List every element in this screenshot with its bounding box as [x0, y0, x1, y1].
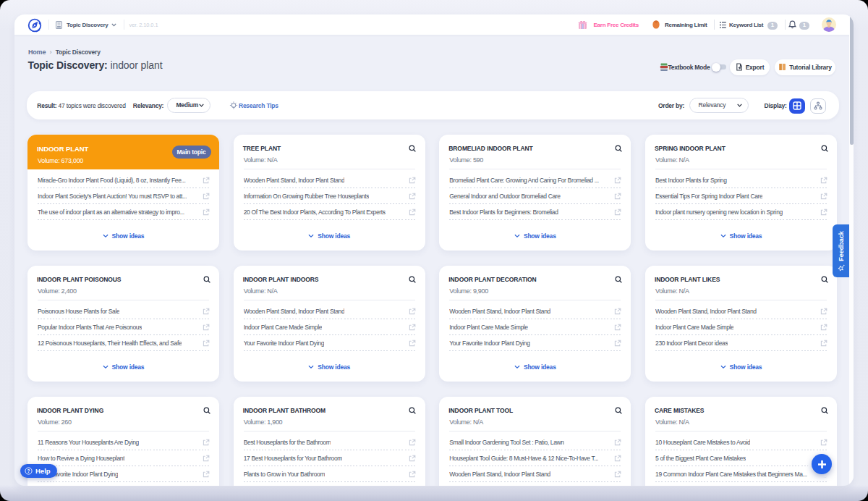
svg-text:?: ? [27, 468, 30, 473]
